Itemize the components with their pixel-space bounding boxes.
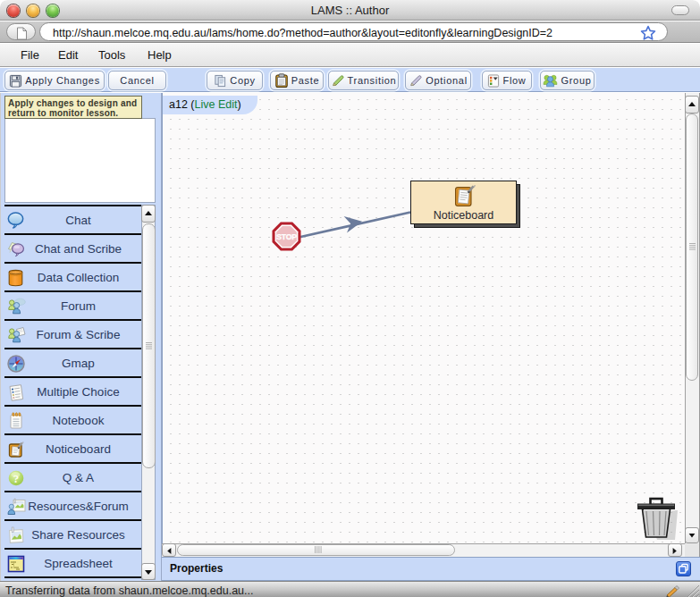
svg-text:STOP: STOP — [276, 232, 297, 241]
